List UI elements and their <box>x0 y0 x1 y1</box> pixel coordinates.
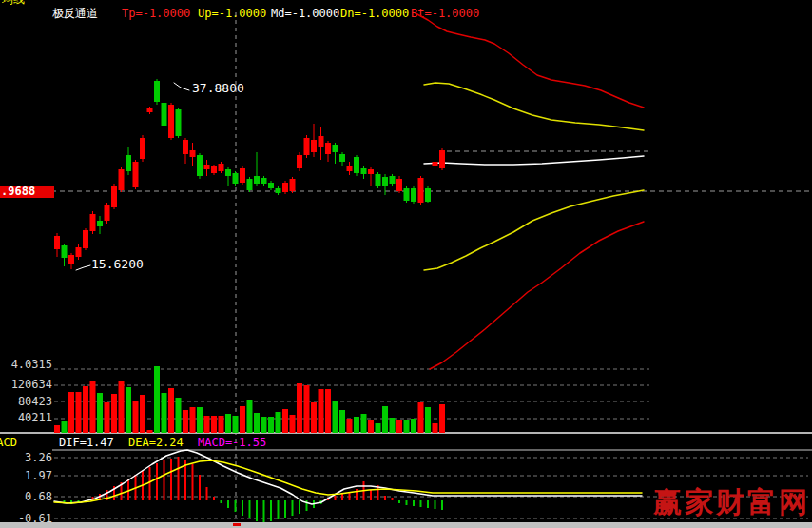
candle-body <box>361 168 367 174</box>
volume-bar <box>211 416 217 433</box>
candle-body <box>54 236 60 249</box>
volume-bar <box>333 401 338 433</box>
volume-bar <box>147 430 153 433</box>
volume-bar <box>154 366 160 433</box>
volume-bar <box>311 402 317 433</box>
volume-bar <box>376 423 381 433</box>
candle-body <box>297 155 302 168</box>
site-watermark: 赢家财富网 <box>653 485 810 519</box>
price-level-tag: .9688 <box>0 186 54 198</box>
volume-bar <box>361 414 367 433</box>
volume-bar <box>119 381 125 433</box>
macd-axis-label: 3.26 <box>0 452 52 464</box>
volume-bar <box>183 410 188 433</box>
channel-upper-red-line <box>416 13 644 108</box>
volume-bar <box>83 386 88 433</box>
macd-macd-value: MACD=-1.55 <box>198 437 266 449</box>
candle-body <box>133 162 139 187</box>
volume-axis-label: 40211 <box>0 412 52 424</box>
candle-body <box>339 154 345 162</box>
candle-body <box>261 178 267 184</box>
volume-bar <box>290 415 296 433</box>
volume-bar <box>62 421 68 433</box>
volume-bar <box>347 419 353 433</box>
volume-bar <box>168 388 174 433</box>
candle-body <box>168 105 174 138</box>
candle-body <box>304 138 310 155</box>
volume-bar <box>190 407 196 433</box>
volume-bar <box>261 417 267 433</box>
volume-bar <box>176 398 182 433</box>
macd-axis-label: 1.97 <box>0 470 52 482</box>
candle-body <box>154 81 160 102</box>
volume-bar <box>276 412 281 433</box>
candle-body <box>140 138 145 159</box>
candle-body <box>433 162 438 166</box>
volume-bar <box>219 416 224 433</box>
scrollbar-position-tick <box>233 523 241 526</box>
volume-bar <box>97 393 103 433</box>
candle-body <box>97 221 103 226</box>
candle-body <box>290 179 296 191</box>
candle-body <box>425 188 431 202</box>
annotation-leader-high <box>174 83 189 90</box>
volume-bar <box>111 394 117 433</box>
candle-body <box>390 176 396 184</box>
volume-bar <box>354 417 359 433</box>
candle-body <box>147 108 153 112</box>
volume-bar <box>411 419 416 433</box>
volume-bar <box>90 381 96 433</box>
volume-bar <box>425 407 431 433</box>
candle-body <box>225 169 231 176</box>
volume-bar <box>247 400 253 433</box>
volume-bar <box>240 406 245 433</box>
candle-body <box>354 157 359 173</box>
candle-body <box>333 145 338 152</box>
candle-body <box>190 150 196 157</box>
candle-body <box>105 205 110 221</box>
candle-body <box>347 166 353 171</box>
volume-bar <box>439 404 445 433</box>
volume-axis-label: 120634 <box>0 379 52 391</box>
macd-axis-label: 0.68 <box>0 491 52 503</box>
volume-bar <box>319 389 324 433</box>
volume-bar <box>297 383 302 433</box>
candle-body <box>183 140 188 154</box>
volume-bar <box>325 389 331 433</box>
channel-lower-yellow-line <box>424 190 644 270</box>
candle-body <box>162 103 167 126</box>
candle-body <box>247 179 253 190</box>
volume-bar <box>433 423 438 433</box>
volume-bar <box>204 416 210 433</box>
candle-body <box>197 155 203 176</box>
volume-bar <box>126 387 131 433</box>
volume-bar <box>54 425 60 433</box>
candle-body <box>211 166 217 173</box>
candle-body <box>382 177 388 186</box>
candle-body <box>76 247 82 257</box>
volume-bar <box>304 385 310 433</box>
channel-middle-white-line <box>424 156 644 165</box>
bottom-scrollbar[interactable] <box>0 522 812 528</box>
volume-bar <box>140 395 145 433</box>
candle-body <box>204 165 210 169</box>
candle-body <box>68 255 74 264</box>
candle-body <box>62 245 68 258</box>
annotation-leader-low <box>76 265 90 270</box>
candle-body <box>119 169 125 190</box>
macd-dea-value: DEA=2.24 <box>128 437 184 449</box>
candle-body <box>376 174 381 186</box>
candle-body <box>219 164 224 171</box>
candle-body <box>111 186 117 207</box>
volume-bar <box>418 402 424 433</box>
candle-body <box>126 155 131 171</box>
annotation-high: 37.8800 <box>192 82 244 94</box>
volume-bar <box>197 407 203 433</box>
volume-axis-label: 80423 <box>0 396 52 408</box>
volume-bar <box>105 402 110 433</box>
volume-bar <box>382 406 388 433</box>
candle-body <box>411 188 416 202</box>
candle-body <box>254 176 260 184</box>
candle-body <box>233 173 239 184</box>
channel-upper-yellow-line <box>424 83 644 130</box>
